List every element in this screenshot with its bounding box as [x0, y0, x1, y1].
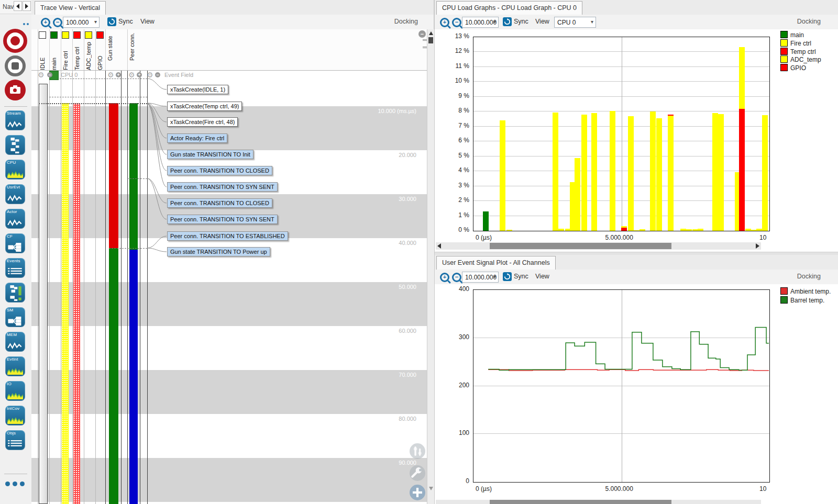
column-header-gpio[interactable]: GPIO [95, 29, 106, 70]
column-swatch[interactable] [96, 31, 104, 39]
time-band: 70.000 [31, 370, 427, 414]
zoom-out-icon[interactable]: − [452, 18, 461, 27]
cpu-core-select[interactable]: CPU 0 ▾ [554, 17, 596, 28]
cpu-horizontal-scrollbar[interactable] [436, 242, 761, 250]
stop-button[interactable] [5, 55, 26, 76]
lane-fire-ctrl[interactable] [62, 103, 69, 504]
lane-gun-state[interactable] [109, 103, 118, 248]
scroll-thumb[interactable] [490, 243, 671, 249]
scroll-left-icon[interactable] [437, 243, 441, 249]
signal-zoom-select[interactable]: 10.000.000 ▾ [462, 272, 499, 283]
column-header-adc-temp[interactable]: ADC_temp [84, 29, 96, 70]
gear-icon[interactable]: ⚙ [128, 70, 135, 80]
docking-menu[interactable]: Docking [797, 18, 821, 25]
event-label[interactable]: xTaskCreate(Temp ctrl, 49) [167, 102, 242, 111]
snapshot-button[interactable] [5, 80, 26, 100]
docking-menu[interactable]: Docking [797, 273, 821, 280]
column-header-idle[interactable]: IDLE [38, 29, 50, 70]
column-swatch[interactable] [62, 31, 69, 39]
sidebar-tool-trace-blocks[interactable] [5, 135, 25, 155]
sidebar-tool-user-events[interactable]: UsrEvt [5, 184, 25, 204]
view-options-button[interactable] [410, 443, 425, 459]
sidebar-tool-trace-alerts[interactable] [5, 283, 25, 303]
sidebar-tool-cpu-load[interactable]: CPU [5, 160, 25, 180]
y-axis-tick: 12 % [445, 47, 469, 54]
sidebar-tool-event-intensity[interactable]: EvtInt [5, 356, 25, 376]
column-header-fire-ctrl[interactable]: Fire ctrl [61, 29, 73, 70]
sidebar-tool-communication-flow[interactable]: CF [5, 233, 25, 253]
trace-group-row: ⚙ − CPU 0 ⚙ + ⚙ + ⚙ − Event Field [31, 70, 427, 80]
event-label[interactable]: Peer conn. TRANSITION TO CLOSED [167, 198, 272, 208]
sidebar-tool-objects[interactable]: Objs [5, 430, 25, 450]
event-label[interactable]: Peer conn. TRANSITION TO ESTABLISHED [167, 231, 288, 241]
add-view-button[interactable] [410, 485, 425, 500]
column-header-gun-state[interactable]: Gun state [105, 29, 122, 70]
scroll-right-icon[interactable] [756, 243, 759, 249]
column-swatch[interactable] [50, 31, 58, 39]
event-label[interactable]: Peer conn. TRANSITION TO CLOSED [167, 166, 272, 175]
sidebar-tool-event-log[interactable]: Events [5, 258, 25, 278]
column-header-temp-ctrl[interactable]: Temp ctrl [72, 29, 84, 70]
column-swatch[interactable] [73, 31, 81, 39]
x-axis-tick: 5.000.000 [605, 234, 633, 241]
time-band: 90.000 [31, 458, 427, 502]
view-menu[interactable]: View [535, 273, 549, 280]
collapse-all-icon[interactable]: − [418, 30, 426, 38]
event-label[interactable]: xTaskCreate(IDLE, 1) [167, 85, 228, 94]
nav-prev-button[interactable] [14, 1, 22, 11]
event-label[interactable]: Gun state TRANSITION TO Power up [167, 247, 270, 256]
sidebar-tool-state-machines[interactable]: SM [5, 307, 25, 327]
column-header-main[interactable]: main [49, 29, 61, 70]
zoom-out-icon[interactable]: − [452, 273, 461, 282]
scroll-thumb[interactable] [490, 500, 671, 504]
tab-cpu-load-graph[interactable]: CPU Load Graphs - CPU Load Graph - CPU 0 [436, 1, 582, 15]
zoom-in-icon[interactable]: + [440, 273, 449, 282]
gear-icon[interactable]: ⚙ [147, 70, 153, 80]
bar-temp-ctrl [739, 109, 745, 231]
sidebar-tool-actors[interactable]: Actor [5, 209, 25, 229]
gear-icon[interactable]: ⚙ [38, 70, 45, 80]
lane-temp-ctrl[interactable] [73, 103, 80, 504]
tab-user-event-signal-plot[interactable]: User Event Signal Plot - All Channels [436, 256, 556, 270]
scroll-thumb[interactable] [428, 37, 433, 43]
collapse-icon[interactable]: − [155, 72, 160, 77]
sidebar-tool-interrupt-coverage[interactable]: IntCov [5, 406, 25, 425]
sidebar-overflow-dots-icon[interactable] [23, 19, 30, 27]
sidebar-tool-io[interactable]: IO [5, 381, 25, 401]
signal-horizontal-scrollbar[interactable] [436, 500, 761, 504]
expand-icon[interactable]: + [116, 72, 121, 77]
sidebar-more-button[interactable] [5, 480, 27, 488]
lane-gun-state[interactable] [109, 248, 118, 504]
zoom-in-icon[interactable]: + [440, 18, 449, 27]
event-label[interactable]: Gun state TRANSITION TO Init [167, 150, 253, 159]
trace-vertical-scrollbar[interactable] [427, 29, 434, 504]
lane-peer-conn-[interactable] [129, 250, 138, 504]
nav-next-button[interactable] [23, 1, 31, 11]
cpu-zoom-select[interactable]: 10.000.000 ▾ [462, 17, 499, 28]
lane-idle[interactable] [39, 84, 48, 504]
column-swatch[interactable] [85, 31, 92, 39]
scroll-up-icon[interactable] [429, 31, 433, 35]
sync-menu[interactable]: Sync [514, 18, 528, 25]
lane-peer-conn-[interactable] [129, 103, 138, 250]
scroll-down-icon[interactable] [429, 487, 433, 490]
settings-button[interactable] [410, 465, 425, 481]
expand-icon[interactable]: + [137, 72, 142, 77]
event-label[interactable]: Actor Ready: Fire ctrl [167, 133, 227, 143]
event-label[interactable]: Peer conn. TRANSITION TO SYN SENT [167, 182, 278, 192]
view-menu[interactable]: View [535, 18, 549, 25]
event-label[interactable]: Peer conn. TRANSITION TO SYN SENT [167, 215, 278, 224]
sync-icon[interactable] [503, 272, 512, 281]
column-header-peer-conn-[interactable]: Peer conn. [127, 29, 140, 70]
sync-menu[interactable]: Sync [514, 273, 528, 280]
column-swatch[interactable] [39, 31, 46, 39]
event-label[interactable]: xTaskCreate(Fire ctrl, 48) [167, 117, 238, 127]
cpu-plot-area [473, 37, 770, 231]
bar-fire-ctrl [656, 118, 662, 231]
sidebar-tool-stream[interactable]: Stream [5, 110, 25, 130]
gear-icon[interactable]: ⚙ [107, 70, 114, 80]
collapse-icon[interactable]: − [47, 72, 52, 77]
sidebar-tool-memory[interactable]: MEM [5, 332, 25, 352]
sync-icon[interactable] [503, 17, 512, 26]
record-button[interactable] [3, 29, 27, 53]
